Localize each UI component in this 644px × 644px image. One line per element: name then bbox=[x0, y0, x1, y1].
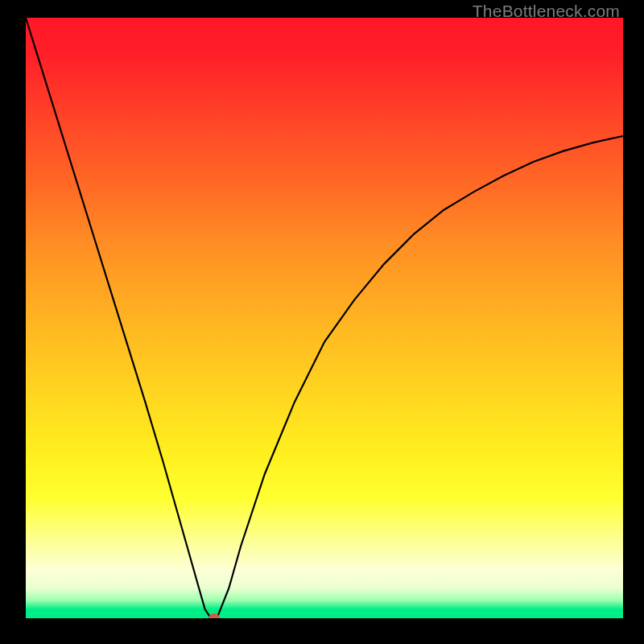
plot-area bbox=[26, 18, 623, 618]
bottleneck-curve bbox=[26, 18, 623, 618]
chart-frame: TheBottleneck.com bbox=[0, 0, 644, 644]
marker-dot bbox=[208, 613, 220, 618]
